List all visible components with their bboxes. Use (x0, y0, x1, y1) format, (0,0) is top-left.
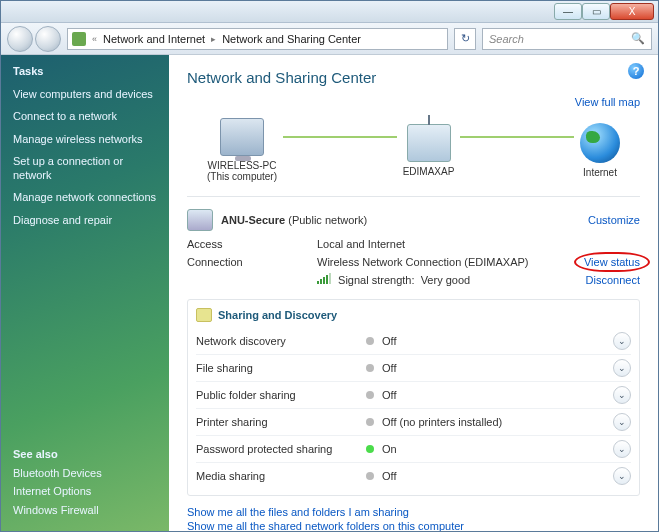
chevron-right-icon: ▸ (211, 34, 216, 44)
connection-value: Wireless Network Connection (EDIMAXAP) (317, 256, 550, 268)
sharing-row: Password protected sharingOn⌄ (196, 435, 631, 462)
status-dot-icon (366, 418, 374, 426)
minimize-button[interactable]: — (554, 3, 582, 20)
sidebar-task[interactable]: Diagnose and repair (13, 213, 157, 227)
network-name: ANU-Secure (221, 214, 285, 226)
search-placeholder: Search (489, 33, 524, 45)
expand-button[interactable]: ⌄ (613, 386, 631, 404)
map-node-pc: WIRELESS-PC (This computer) (207, 118, 277, 182)
map-ap-name: EDIMAXAP (403, 166, 455, 177)
access-label: Access (187, 238, 317, 250)
back-button[interactable] (7, 26, 33, 52)
chevron-left-icon: « (92, 34, 97, 44)
signal-label: Signal strength: (338, 274, 414, 286)
sharing-row-value: Off (382, 389, 613, 401)
sidebar: Tasks View computers and devices Connect… (1, 55, 169, 531)
signal-value: Very good (421, 274, 471, 286)
tasks-heading: Tasks (13, 65, 157, 77)
breadcrumb-item[interactable]: Network and Sharing Center (222, 33, 361, 45)
main-panel: ? Network and Sharing Center View full m… (169, 55, 658, 531)
disconnect-link[interactable]: Disconnect (586, 274, 640, 286)
address-bar: « Network and Internet ▸ Network and Sha… (1, 23, 658, 55)
connection-label: Connection (187, 256, 317, 268)
sidebar-task[interactable]: View computers and devices (13, 87, 157, 101)
view-status-link[interactable]: View status (584, 256, 640, 268)
map-link-line (283, 136, 397, 138)
sidebar-task[interactable]: Set up a connection or network (13, 154, 157, 183)
view-full-map-link[interactable]: View full map (575, 96, 640, 108)
network-bench-icon (187, 209, 213, 231)
sharing-row-label: Password protected sharing (196, 443, 366, 455)
access-value: Local and Internet (317, 238, 550, 250)
sharing-row-value: Off (382, 362, 613, 374)
status-dot-icon (366, 337, 374, 345)
map-node-ap: EDIMAXAP (403, 124, 455, 177)
footer-link-folders[interactable]: Show me all the shared network folders o… (187, 520, 464, 531)
access-point-icon (407, 124, 451, 162)
sidebar-seealso[interactable]: Bluetooth Devices (13, 466, 157, 480)
map-link-line (460, 136, 574, 138)
help-icon[interactable]: ? (628, 63, 644, 79)
sharing-heading: Sharing and Discovery (218, 309, 337, 321)
signal-row: Signal strength: Very good (317, 274, 550, 286)
sharing-icon (196, 308, 212, 322)
expand-button[interactable]: ⌄ (613, 467, 631, 485)
sharing-row-label: Public folder sharing (196, 389, 366, 401)
sidebar-task[interactable]: Connect to a network (13, 109, 157, 123)
sharing-section: Sharing and Discovery Network discoveryO… (187, 299, 640, 496)
close-button[interactable]: X (610, 3, 654, 20)
page-title: Network and Sharing Center (187, 69, 640, 86)
sharing-row-label: Printer sharing (196, 416, 366, 428)
sharing-row-value: Off (no printers installed) (382, 416, 613, 428)
network-type: (Public network) (288, 214, 367, 226)
sharing-row-label: Network discovery (196, 335, 366, 347)
sharing-row: Public folder sharingOff⌄ (196, 381, 631, 408)
sidebar-seealso[interactable]: Windows Firewall (13, 503, 157, 517)
maximize-button[interactable]: ▭ (582, 3, 610, 20)
search-icon: 🔍 (631, 32, 645, 45)
search-input[interactable]: Search 🔍 (482, 28, 652, 50)
titlebar: — ▭ X (1, 1, 658, 23)
globe-icon (580, 123, 620, 163)
map-pc-name: WIRELESS-PC (207, 160, 277, 171)
sharing-row: File sharingOff⌄ (196, 354, 631, 381)
sidebar-task[interactable]: Manage network connections (13, 190, 157, 204)
breadcrumb-item[interactable]: Network and Internet (103, 33, 205, 45)
window: — ▭ X « Network and Internet ▸ Network a… (0, 0, 659, 532)
status-dot-icon (366, 445, 374, 453)
map-pc-sub: (This computer) (207, 171, 277, 182)
sidebar-seealso[interactable]: Internet Options (13, 484, 157, 498)
map-node-internet: Internet (580, 123, 620, 178)
sharing-row-label: File sharing (196, 362, 366, 374)
sharing-row: Media sharingOff⌄ (196, 462, 631, 489)
map-internet-label: Internet (580, 167, 620, 178)
footer-link-files[interactable]: Show me all the files and folders I am s… (187, 506, 409, 518)
customize-link[interactable]: Customize (588, 214, 640, 226)
status-dot-icon (366, 391, 374, 399)
sidebar-task[interactable]: Manage wireless networks (13, 132, 157, 146)
status-dot-icon (366, 472, 374, 480)
sharing-row: Printer sharingOff (no printers installe… (196, 408, 631, 435)
refresh-button[interactable]: ↻ (454, 28, 476, 50)
sharing-row-value: On (382, 443, 613, 455)
expand-button[interactable]: ⌄ (613, 440, 631, 458)
sharing-row: Network discoveryOff⌄ (196, 328, 631, 354)
signal-icon (317, 274, 331, 284)
network-map: WIRELESS-PC (This computer) EDIMAXAP Int… (187, 114, 640, 190)
status-dot-icon (366, 364, 374, 372)
expand-button[interactable]: ⌄ (613, 359, 631, 377)
sharing-row-value: Off (382, 335, 613, 347)
network-summary: ANU-Secure (Public network) Customize (187, 203, 640, 235)
computer-icon (220, 118, 264, 156)
control-panel-icon (72, 32, 86, 46)
expand-button[interactable]: ⌄ (613, 413, 631, 431)
breadcrumb[interactable]: « Network and Internet ▸ Network and Sha… (67, 28, 448, 50)
expand-button[interactable]: ⌄ (613, 332, 631, 350)
sharing-row-label: Media sharing (196, 470, 366, 482)
forward-button[interactable] (35, 26, 61, 52)
seealso-heading: See also (13, 448, 157, 460)
sharing-row-value: Off (382, 470, 613, 482)
